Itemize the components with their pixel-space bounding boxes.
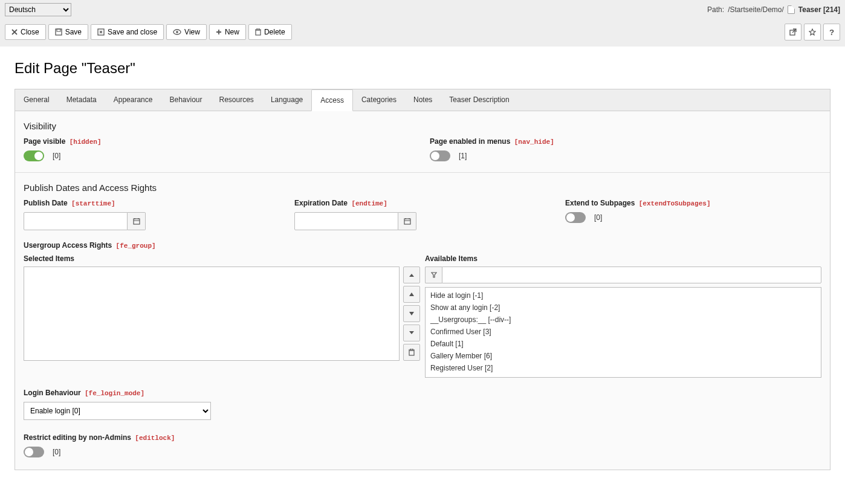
view-button[interactable]: View bbox=[166, 24, 207, 40]
move-up-button[interactable] bbox=[403, 286, 420, 303]
delete-button-label: Delete bbox=[264, 28, 285, 36]
expiration-date-input[interactable] bbox=[294, 212, 398, 230]
list-item[interactable]: Hide at login [-1] bbox=[426, 289, 821, 302]
calendar-icon bbox=[404, 218, 411, 225]
tab-metadata[interactable]: Metadata bbox=[58, 89, 105, 111]
trash-icon bbox=[409, 349, 415, 356]
tab-access[interactable]: Access bbox=[311, 89, 353, 111]
restrict-edit-toggle[interactable] bbox=[24, 447, 44, 457]
new-button-label: New bbox=[225, 28, 239, 36]
svg-point-4 bbox=[176, 31, 178, 33]
language-select[interactable]: Deutsch bbox=[5, 3, 71, 16]
view-button-label: View bbox=[184, 28, 200, 36]
extend-subpages-label: Extend to Subpages [extendToSubpages] bbox=[565, 199, 821, 207]
filter-input[interactable] bbox=[442, 267, 821, 283]
list-item[interactable]: Show at any login [-2] bbox=[426, 302, 821, 314]
eye-icon bbox=[173, 29, 181, 35]
file-icon bbox=[788, 5, 795, 14]
delete-button[interactable]: Delete bbox=[248, 24, 292, 40]
page-title: Edit Page "Teaser" bbox=[15, 60, 830, 77]
tab-notes[interactable]: Notes bbox=[405, 89, 441, 111]
filter-icon bbox=[431, 272, 437, 278]
login-behaviour-select[interactable]: Enable login [0] bbox=[24, 402, 211, 420]
save-close-icon bbox=[97, 28, 105, 36]
svg-rect-7 bbox=[134, 219, 140, 224]
menus-enabled-toggle[interactable] bbox=[430, 150, 450, 161]
save-button[interactable]: Save bbox=[48, 24, 88, 40]
help-icon: ? bbox=[829, 28, 834, 37]
plus-icon bbox=[216, 29, 222, 35]
tab-categories[interactable]: Categories bbox=[353, 89, 405, 111]
path-page: Teaser [214] bbox=[798, 5, 840, 14]
publish-title: Publish Dates and Access Rights bbox=[24, 183, 821, 193]
move-top-icon bbox=[409, 272, 415, 278]
list-item[interactable]: Gallery Member [6] bbox=[426, 350, 821, 362]
breadcrumb: Path: /Startseite/Demo/ Teaser [214] bbox=[707, 5, 840, 14]
save-icon bbox=[55, 28, 62, 36]
list-item[interactable]: __Usergroups:__ [--div--] bbox=[426, 314, 821, 326]
trash-icon bbox=[255, 28, 261, 36]
restrict-edit-label: Restrict editing by non-Admins [editlock… bbox=[24, 433, 821, 442]
selected-items-listbox[interactable] bbox=[24, 267, 400, 361]
extend-subpages-value: [0] bbox=[594, 213, 602, 222]
usergroup-label: Usergroup Access Rights [fe_group] bbox=[24, 241, 821, 250]
visibility-title: Visibility bbox=[24, 121, 821, 131]
restrict-edit-value: [0] bbox=[53, 448, 60, 456]
svg-rect-5 bbox=[256, 30, 261, 35]
close-button[interactable]: Close bbox=[5, 24, 46, 40]
menus-enabled-label: Page enabled in menus [nav_hide] bbox=[430, 137, 821, 146]
tab-language[interactable]: Language bbox=[262, 89, 311, 111]
move-top-button[interactable] bbox=[403, 267, 420, 283]
expiration-date-picker[interactable] bbox=[398, 212, 416, 230]
available-items-listbox[interactable]: Hide at login [-1]Show at any login [-2]… bbox=[425, 287, 821, 378]
menus-enabled-value: [1] bbox=[459, 152, 467, 160]
tab-teaser-description[interactable]: Teaser Description bbox=[441, 89, 517, 111]
tab-resources[interactable]: Resources bbox=[211, 89, 262, 111]
share-button[interactable] bbox=[785, 24, 801, 40]
expiration-date-label: Expiration Date [endtime] bbox=[294, 199, 551, 207]
star-icon bbox=[809, 28, 816, 36]
close-button-label: Close bbox=[21, 28, 39, 36]
publish-date-input[interactable] bbox=[24, 212, 128, 230]
tab-appearance[interactable]: Appearance bbox=[105, 89, 161, 111]
list-item[interactable]: Default [1] bbox=[426, 338, 821, 350]
filter-button[interactable] bbox=[425, 267, 442, 283]
list-item[interactable]: Confirmed User [3] bbox=[426, 326, 821, 338]
publish-date-label: Publish Date [starttime] bbox=[24, 199, 280, 207]
help-button[interactable]: ? bbox=[823, 24, 840, 40]
close-icon bbox=[11, 29, 18, 35]
remove-item-button[interactable] bbox=[403, 344, 420, 361]
move-bottom-button[interactable] bbox=[403, 325, 420, 341]
move-down-button[interactable] bbox=[403, 305, 420, 322]
page-visible-toggle[interactable] bbox=[24, 150, 44, 161]
tabs: General Metadata Appearance Behaviour Re… bbox=[15, 89, 830, 111]
save-close-button[interactable]: Save and close bbox=[91, 24, 164, 40]
svg-rect-9 bbox=[409, 351, 414, 355]
tab-behaviour[interactable]: Behaviour bbox=[161, 89, 210, 111]
selected-items-label: Selected Items bbox=[24, 254, 420, 263]
login-behaviour-label: Login Behaviour [fe_login_mode] bbox=[24, 389, 821, 397]
external-link-icon bbox=[789, 28, 797, 36]
page-visible-label: Page visible [hidden] bbox=[24, 137, 415, 146]
save-button-label: Save bbox=[65, 28, 82, 36]
page-visible-value: [0] bbox=[53, 152, 60, 160]
save-close-button-label: Save and close bbox=[108, 28, 157, 36]
calendar-icon bbox=[133, 218, 140, 225]
chevron-up-icon bbox=[409, 292, 415, 297]
svg-rect-8 bbox=[404, 219, 410, 224]
new-button[interactable]: New bbox=[209, 24, 246, 40]
bookmark-button[interactable] bbox=[804, 24, 821, 40]
tab-general[interactable]: General bbox=[15, 89, 58, 111]
chevron-down-icon bbox=[409, 311, 415, 316]
path-label: Path: bbox=[707, 5, 724, 14]
list-item[interactable]: Registered User [2] bbox=[426, 362, 821, 374]
extend-subpages-toggle[interactable] bbox=[565, 212, 586, 223]
available-items-label: Available Items bbox=[425, 254, 821, 263]
path-breadcrumb: /Startseite/Demo/ bbox=[728, 5, 784, 14]
publish-date-picker[interactable] bbox=[128, 212, 146, 230]
move-bottom-icon bbox=[409, 330, 415, 336]
